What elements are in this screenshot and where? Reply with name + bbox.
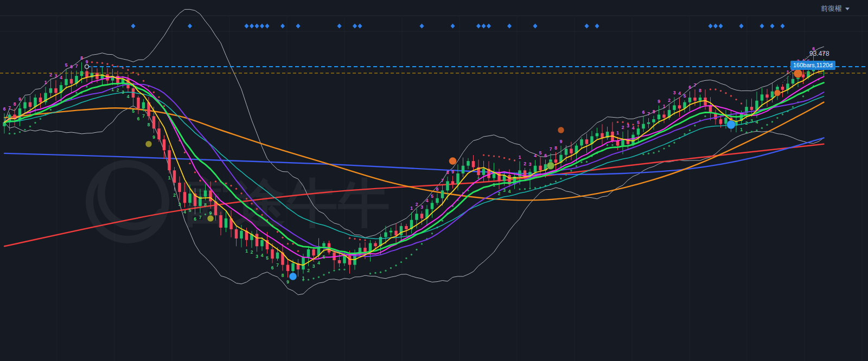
measure-line[interactable]: [85, 65, 868, 68]
svg-text:3: 3: [312, 263, 315, 269]
svg-text:9: 9: [86, 59, 88, 65]
price-chart-canvas[interactable]: 富途牛牛678912345678912345678912345678912345…: [0, 0, 868, 361]
svg-text:4: 4: [317, 260, 320, 266]
svg-text:7: 7: [75, 63, 78, 69]
svg-text:5: 5: [65, 62, 68, 68]
svg-text:1: 1: [245, 248, 248, 254]
svg-text:2: 2: [498, 191, 501, 196]
svg-text:5: 5: [684, 93, 686, 99]
svg-text:8: 8: [282, 273, 284, 278]
svg-text:2: 2: [307, 268, 310, 273]
svg-text:6: 6: [70, 64, 73, 69]
svg-text:5: 5: [431, 194, 433, 199]
svg-text:8: 8: [446, 170, 449, 175]
svg-text:3: 3: [627, 123, 629, 128]
svg-text:1: 1: [493, 182, 495, 188]
svg-text:5: 5: [132, 108, 135, 114]
svg-text:8: 8: [204, 202, 207, 208]
svg-text:6: 6: [688, 85, 691, 90]
svg-text:6: 6: [271, 265, 274, 270]
svg-text:4: 4: [678, 91, 681, 96]
svg-text:4: 4: [426, 198, 429, 203]
bollinger-bands: [4, 9, 824, 295]
svg-text:1: 1: [111, 87, 114, 92]
svg-text:9: 9: [451, 169, 454, 175]
ma-line-red: [4, 144, 824, 247]
svg-text:9: 9: [658, 99, 660, 104]
svg-text:7: 7: [199, 215, 202, 220]
svg-text:4: 4: [508, 189, 511, 194]
svg-text:6: 6: [642, 109, 645, 115]
svg-text:1: 1: [519, 154, 521, 160]
trading-chart-window: 富途牛牛678912345678912345678912345678912345…: [0, 0, 868, 361]
svg-text:2: 2: [524, 161, 526, 166]
svg-text:2: 2: [49, 72, 52, 78]
event-diamonds-row[interactable]: [131, 24, 785, 29]
svg-text:2: 2: [117, 87, 119, 93]
svg-text:6: 6: [194, 216, 196, 222]
ma-line-blue: [4, 138, 824, 175]
svg-text:2: 2: [251, 249, 253, 255]
svg-text:8: 8: [80, 55, 83, 61]
grid-layer: [0, 16, 868, 361]
svg-text:2: 2: [745, 120, 748, 126]
svg-text:6: 6: [544, 153, 547, 158]
svg-text:3: 3: [673, 90, 676, 95]
price-adjustment-label: 前復權: [821, 4, 842, 14]
svg-text:4: 4: [632, 125, 635, 131]
svg-text:4: 4: [261, 253, 264, 258]
svg-text:3: 3: [529, 162, 532, 167]
svg-text:7: 7: [694, 82, 697, 88]
svg-text:3: 3: [420, 204, 423, 210]
svg-text:5: 5: [323, 254, 326, 260]
svg-text:6: 6: [3, 106, 6, 112]
svg-text:2: 2: [173, 192, 176, 198]
svg-text:4: 4: [60, 75, 62, 80]
svg-text:1: 1: [410, 205, 413, 211]
svg-text:8: 8: [653, 109, 655, 114]
svg-text:5: 5: [189, 208, 192, 213]
svg-text:3: 3: [178, 202, 181, 207]
svg-text:3: 3: [750, 118, 753, 124]
svg-text:1: 1: [740, 127, 743, 132]
svg-text:2: 2: [668, 98, 671, 103]
svg-text:3: 3: [55, 73, 58, 79]
svg-text:8: 8: [148, 122, 150, 127]
svg-text:8: 8: [554, 145, 557, 151]
ma-line-orange: [4, 102, 824, 201]
svg-text:7: 7: [441, 178, 444, 183]
svg-text:1: 1: [787, 69, 789, 75]
svg-text:6: 6: [436, 186, 439, 192]
svg-text:2: 2: [622, 125, 624, 130]
svg-text:4: 4: [756, 119, 758, 125]
svg-text:4: 4: [127, 94, 130, 99]
svg-text:4: 4: [183, 209, 186, 215]
svg-text:6: 6: [137, 116, 140, 121]
svg-text:3: 3: [122, 89, 124, 95]
svg-text:7: 7: [550, 146, 552, 152]
svg-text:5: 5: [637, 120, 640, 125]
svg-text:8: 8: [699, 88, 701, 93]
svg-text:1: 1: [616, 130, 619, 136]
svg-text:9: 9: [560, 139, 563, 144]
svg-text:1: 1: [302, 275, 305, 281]
svg-text:9: 9: [18, 96, 21, 102]
chevron-down-icon: [845, 8, 850, 10]
svg-text:7: 7: [647, 111, 650, 117]
svg-text:9: 9: [286, 279, 289, 285]
svg-text:7: 7: [142, 113, 145, 119]
svg-text:3: 3: [256, 254, 258, 259]
svg-text:1: 1: [168, 175, 171, 181]
measure-tool-badge[interactable]: 160bars,1120d: [790, 61, 835, 70]
price-adjustment-selector[interactable]: 前復權: [821, 4, 850, 14]
svg-text:7: 7: [276, 262, 279, 268]
svg-text:1: 1: [44, 80, 47, 85]
svg-text:2: 2: [416, 202, 418, 207]
svg-text:1: 1: [663, 104, 666, 109]
high-price-label: 93.478: [809, 50, 829, 57]
svg-text:5: 5: [266, 255, 269, 261]
svg-text:8: 8: [14, 101, 16, 107]
svg-text:9: 9: [152, 134, 155, 140]
svg-text:5: 5: [539, 150, 542, 156]
svg-text:富途牛牛: 富途牛牛: [182, 174, 390, 232]
